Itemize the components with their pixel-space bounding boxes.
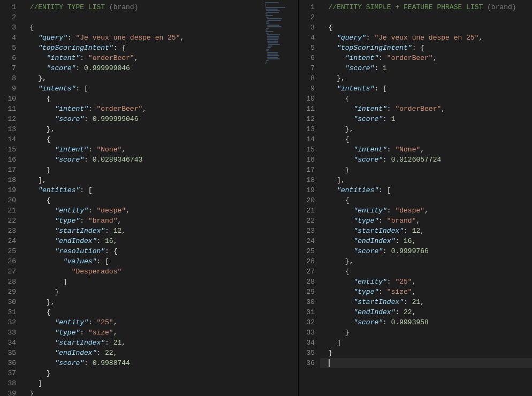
code-line[interactable]: ] <box>320 338 532 348</box>
code-line[interactable]: "score": 1 <box>320 63 532 73</box>
code-line[interactable]: } <box>21 287 298 297</box>
code-line[interactable]: "intent": "None", <box>21 144 298 155</box>
code-line[interactable]: }, <box>21 73 298 83</box>
code-line[interactable]: } <box>21 389 298 396</box>
line-number: 26 <box>299 256 320 266</box>
code-line[interactable]: ], <box>320 175 532 185</box>
right-code-area[interactable]: //ENTITY SIMPLE + FEATURE PHRASE LIST (b… <box>320 0 532 368</box>
line-number: 10 <box>299 94 320 104</box>
minimap-line <box>266 60 269 61</box>
code-line[interactable]: "intents": [ <box>320 83 532 94</box>
code-line[interactable]: { <box>320 134 532 144</box>
code-line[interactable]: { <box>320 195 532 205</box>
line-number: 13 <box>0 124 21 134</box>
code-line[interactable]: "intents": [ <box>21 83 298 94</box>
code-line[interactable]: { <box>21 307 298 317</box>
code-line[interactable]: "resolution": { <box>21 246 298 256</box>
code-line[interactable]: //ENTITY TYPE LIST (brand) <box>21 2 298 12</box>
code-line[interactable]: } <box>320 328 532 338</box>
code-line[interactable]: "type": "brand", <box>320 216 532 226</box>
code-line[interactable]: } <box>320 348 532 358</box>
code-line[interactable]: "intent": "orderBeer", <box>21 104 298 114</box>
code-line[interactable]: "score": 0.999999046 <box>21 114 298 124</box>
minimap-line <box>266 12 279 13</box>
code-line[interactable]: "score": 0.9999766 <box>320 246 532 256</box>
code-line[interactable]: "score": 0.9988744 <box>21 358 298 368</box>
code-line[interactable]: "type": "brand", <box>21 216 298 226</box>
code-line[interactable]: "topScoringIntent": { <box>21 43 298 53</box>
right-editor-pane[interactable]: 1234567891011121314151617181920212223242… <box>299 0 532 396</box>
code-line[interactable]: } <box>21 165 298 175</box>
code-line[interactable]: "score": 0.999999046 <box>21 63 298 73</box>
code-line[interactable]: "type": "size", <box>21 328 298 338</box>
left-code-area[interactable]: //ENTITY TYPE LIST (brand) { "query": "J… <box>21 0 298 396</box>
minimap-line <box>266 49 269 50</box>
code-line[interactable]: ], <box>21 175 298 185</box>
code-line[interactable]: { <box>21 94 298 104</box>
code-line[interactable]: "entity": "25", <box>320 277 532 287</box>
code-line[interactable]: "query": "Je veux une despe en 25", <box>320 33 532 43</box>
code-line[interactable]: "startIndex": 12, <box>320 226 532 236</box>
code-line[interactable]: "intent": "orderBeer", <box>320 104 532 114</box>
minimap-line <box>267 37 279 39</box>
code-line[interactable]: "endIndex": 22, <box>320 307 532 317</box>
code-line[interactable]: //ENTITY SIMPLE + FEATURE PHRASE LIST (b… <box>320 2 532 12</box>
code-line[interactable]: { <box>21 195 298 205</box>
code-line[interactable]: "startIndex": 12, <box>21 226 298 236</box>
code-line[interactable]: "endIndex": 22, <box>21 348 298 358</box>
code-line[interactable]: "score": 1 <box>320 114 532 124</box>
code-line[interactable]: }, <box>320 124 532 134</box>
code-line[interactable]: "entities": [ <box>320 185 532 195</box>
code-line[interactable]: "query": "Je veux une despe en 25", <box>21 33 298 43</box>
left-editor-pane[interactable]: 1234567891011121314151617181920212223242… <box>0 0 299 396</box>
code-line[interactable] <box>21 12 298 22</box>
code-line[interactable]: { <box>320 266 532 277</box>
code-line[interactable]: "score": 0.0126057724 <box>320 155 532 165</box>
line-number: 29 <box>0 287 21 297</box>
line-number: 22 <box>299 216 320 226</box>
code-line[interactable]: { <box>21 22 298 33</box>
code-line[interactable]: "startIndex": 21, <box>21 338 298 348</box>
code-line[interactable]: "values": [ <box>21 256 298 266</box>
line-number: 33 <box>0 328 21 338</box>
minimap-line <box>266 50 269 51</box>
code-line[interactable]: "intent": "orderBeer", <box>320 53 532 63</box>
code-line[interactable]: { <box>320 22 532 33</box>
code-line[interactable]: "topScoringIntent": { <box>320 43 532 53</box>
code-line[interactable]: "endIndex": 16, <box>21 236 298 246</box>
code-line[interactable]: "entities": [ <box>21 185 298 195</box>
line-number: 18 <box>299 175 320 185</box>
code-line[interactable]: "Desperados" <box>21 266 298 277</box>
code-line[interactable]: "intent": "None", <box>320 144 532 155</box>
code-line[interactable]: "endIndex": 16, <box>320 236 532 246</box>
code-line[interactable]: "type": "size", <box>320 287 532 297</box>
line-number: 14 <box>0 134 21 144</box>
code-line[interactable]: { <box>21 134 298 144</box>
code-line[interactable]: "score": 0.0289346743 <box>21 155 298 165</box>
minimap-line <box>267 52 278 53</box>
code-line[interactable]: }, <box>21 297 298 307</box>
code-line[interactable] <box>320 358 532 368</box>
code-line[interactable]: "entity": "25", <box>21 317 298 328</box>
code-line[interactable]: "intent": "orderBeer", <box>21 53 298 63</box>
code-line[interactable]: { <box>320 94 532 104</box>
code-line[interactable]: "entity": "despe", <box>320 205 532 216</box>
line-number: 4 <box>0 33 21 43</box>
code-line[interactable] <box>320 12 532 22</box>
code-line[interactable]: "entity": "despe", <box>21 205 298 216</box>
code-line[interactable]: }, <box>320 73 532 83</box>
minimap-line <box>267 26 282 27</box>
minimap-line <box>268 45 272 47</box>
code-line[interactable]: "startIndex": 21, <box>320 297 532 307</box>
code-line[interactable]: "score": 0.9993958 <box>320 317 532 328</box>
code-line[interactable]: ] <box>21 277 298 287</box>
code-line[interactable]: }, <box>320 256 532 266</box>
line-number: 23 <box>299 226 320 236</box>
code-line[interactable]: } <box>320 165 532 175</box>
minimap-line <box>267 25 279 26</box>
code-line[interactable]: ] <box>21 378 298 389</box>
code-line[interactable]: }, <box>21 124 298 134</box>
left-minimap[interactable] <box>265 2 297 65</box>
line-number: 36 <box>0 358 21 368</box>
code-line[interactable]: } <box>21 368 298 378</box>
